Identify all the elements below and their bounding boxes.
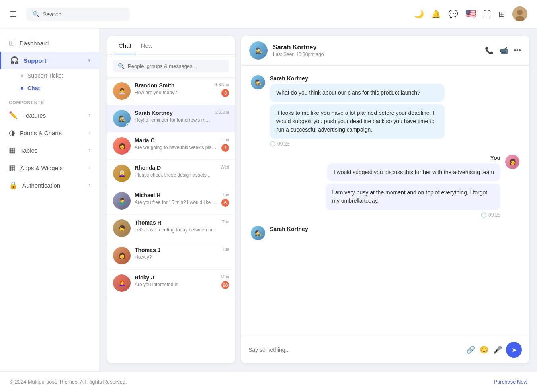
- chat-avatar-rickyj: 👩‍🦰: [113, 274, 131, 292]
- app-body: ⊞ Dashboard 🎧 Support ▾ Support Ticket C…: [0, 28, 537, 371]
- chat-preview-michael: Are you free for 15 min? I would like to…: [135, 200, 217, 205]
- fullscreen-icon[interactable]: ⛶: [483, 10, 491, 19]
- msg-avatar-sarah-2: 🕵️: [251, 226, 265, 240]
- chevron-down-icon: ▾: [88, 58, 90, 63]
- chevron-right-icon3: ›: [89, 147, 90, 153]
- sidebar-label-support-ticket: Support Ticket: [27, 72, 63, 79]
- sidebar: ⊞ Dashboard 🎧 Support ▾ Support Ticket C…: [0, 28, 100, 371]
- chat-name-michael: Michael H: [135, 192, 217, 198]
- chat-avatar-rhonda: 👩‍🦳: [113, 165, 131, 182]
- chat-name-thomasj: Thomas J: [135, 247, 218, 253]
- chat-preview-rhonda: Please check these design assets...: [135, 172, 217, 178]
- chevron-right-icon: ›: [89, 113, 90, 118]
- chat-preview-sarah: Hey! a reminder for tomorrow's meeting..…: [135, 117, 211, 123]
- sidebar-label-features: Features: [22, 112, 46, 119]
- msg-sender-1: Sarah Kortney: [270, 75, 445, 82]
- chat-preview-brandon: How are you today?: [135, 90, 211, 95]
- chat-time-rhonda: Wed: [221, 165, 229, 169]
- online-indicator: [126, 123, 130, 127]
- sidebar-item-support-ticket[interactable]: Support Ticket: [21, 69, 99, 82]
- sidebar-item-apps-widgets[interactable]: ▦ Apps & Widgets ›: [0, 159, 99, 177]
- phone-icon[interactable]: 📞: [485, 46, 494, 55]
- chat-name-thomasr: Thomas R: [135, 219, 218, 226]
- chat-search-icon: 🔍: [118, 63, 125, 69]
- msg-bubble-1a: What do you think about our plans for th…: [270, 84, 445, 102]
- chat-time-mariac: Thu: [222, 137, 229, 142]
- forms-charts-icon: ◑: [9, 128, 15, 137]
- msg-bubble-1b: It looks to me like you have a lot plann…: [270, 104, 445, 139]
- more-icon[interactable]: •••: [514, 47, 521, 55]
- top-navigation: ☰ 🔍 🌙 🔔 💬 🇺🇸 ⛶ ⊞: [0, 0, 537, 28]
- chat-preview-rickyj: Are you interested in: [135, 282, 217, 287]
- sidebar-label-forms-charts: Forms & Charts: [20, 130, 62, 136]
- apps-icon: ▦: [9, 163, 16, 172]
- unread-badge-michael: 6: [221, 199, 229, 207]
- chat-name-rhonda: Rhonda D: [135, 165, 217, 171]
- tab-new[interactable]: New: [136, 36, 158, 54]
- sidebar-item-chat[interactable]: Chat: [21, 82, 99, 95]
- chat-preview-thomasj: Howdy?: [135, 254, 218, 260]
- chat-list-item-thomasj[interactable]: 👩Thomas JHowdy?Tue: [107, 242, 235, 270]
- search-box: 🔍: [26, 8, 130, 21]
- chat-list-item-thomasr[interactable]: 👦Thomas RLet's have meeting today betwee…: [107, 215, 235, 242]
- chat-list-item-rhonda[interactable]: 👩‍🦳Rhonda DPlease check these design ass…: [107, 160, 235, 187]
- chat-list-item-mariac[interactable]: 👩Maria CAre we going to have this week's…: [107, 132, 235, 160]
- main-content: Chat New 🔍 👨‍💼Brandon SmithHow are you t…: [100, 28, 537, 371]
- dot-icon: [21, 74, 23, 77]
- sidebar-item-tables[interactable]: ▦ Tables ›: [0, 142, 99, 159]
- chat-icon[interactable]: 💬: [448, 9, 458, 19]
- purchase-link[interactable]: Purchase Now: [494, 379, 527, 385]
- chevron-right-icon4: ›: [89, 165, 90, 171]
- chat-input[interactable]: [248, 347, 462, 353]
- chat-list-item-rickyj[interactable]: 👩‍🦰Ricky JAre you interested inMon28: [107, 270, 235, 297]
- sidebar-item-support[interactable]: 🎧 Support ▾: [0, 52, 99, 69]
- chat-name-sarah: Sarah Kortney: [135, 110, 211, 116]
- chat-header-avatar: 🕵️: [249, 41, 268, 60]
- msg-content-3: Sarah Kortney: [270, 226, 308, 232]
- chevron-right-icon2: ›: [89, 130, 90, 136]
- chat-time-sarah: 5:30am: [215, 110, 229, 114]
- message-group-1: 🕵️ Sarah Kortney What do you think about…: [251, 75, 519, 147]
- sidebar-item-dashboard[interactable]: ⊞ Dashboard: [0, 34, 99, 52]
- support-icon: 🎧: [10, 56, 19, 65]
- emoji-icon[interactable]: 😊: [480, 345, 488, 354]
- chat-input-icons: 🔗 😊 🎤: [466, 345, 502, 354]
- sidebar-item-features[interactable]: ✏️ Features ›: [0, 107, 99, 124]
- send-button[interactable]: ➤: [506, 342, 522, 358]
- hamburger-icon[interactable]: ☰: [10, 9, 17, 19]
- link-icon[interactable]: 🔗: [466, 345, 475, 354]
- mic-icon[interactable]: 🎤: [493, 345, 502, 354]
- sidebar-item-authentication[interactable]: 🔒 Authentication ›: [0, 177, 99, 194]
- sidebar-label-dashboard: Dashboard: [20, 40, 49, 47]
- chat-header-actions: 📞 📹 •••: [485, 46, 521, 55]
- dark-mode-icon[interactable]: 🌙: [414, 9, 424, 19]
- search-input[interactable]: [43, 11, 123, 17]
- chat-time-michael: Tue: [222, 192, 229, 197]
- chat-messages: 🕵️ Sarah Kortney What do you think about…: [241, 66, 529, 336]
- flag-icon[interactable]: 🇺🇸: [465, 9, 476, 19]
- chat-list-item-brandon[interactable]: 👨‍💼Brandon SmithHow are you today?4:30am…: [107, 78, 235, 105]
- chat-search-input[interactable]: [128, 63, 225, 69]
- sidebar-item-forms-charts[interactable]: ◑ Forms & Charts ›: [0, 124, 99, 142]
- chat-time-brandon: 4:30am: [215, 82, 229, 87]
- chat-avatar-thomasr: 👦: [113, 219, 131, 237]
- chat-list-item-sarah[interactable]: 🕵️Sarah KortneyHey! a reminder for tomor…: [107, 105, 235, 132]
- msg-content-2: You I would suggest you discuss this fur…: [326, 155, 500, 218]
- footer-copyright: © 2024 Multipurpose Themes. All Rights R…: [10, 379, 127, 385]
- bell-icon[interactable]: 🔔: [431, 9, 441, 19]
- tab-chat[interactable]: Chat: [114, 36, 136, 54]
- chat-time-rickyj: Mon: [221, 274, 229, 279]
- chat-contact-status: Last Seen 10:30pm ago: [273, 52, 479, 57]
- chat-time-thomasr: Tue: [222, 219, 229, 224]
- video-icon[interactable]: 📹: [499, 46, 508, 55]
- chat-contact-name: Sarah Kortney: [273, 44, 479, 51]
- settings-icon[interactable]: ⊞: [498, 9, 505, 19]
- chat-list-item-michael[interactable]: 👨‍🦱Michael HAre you free for 15 min? I w…: [107, 187, 235, 215]
- chat-search-box: 🔍: [113, 60, 229, 72]
- chat-header-info: Sarah Kortney Last Seen 10:30pm ago: [273, 44, 479, 57]
- sidebar-section-components: Components: [0, 95, 99, 107]
- chat-panel: Chat New 🔍 👨‍💼Brandon SmithHow are you t…: [107, 36, 235, 363]
- features-icon: ✏️: [9, 111, 18, 120]
- user-avatar[interactable]: [512, 6, 527, 21]
- msg-time-1: 🕐 09:25: [270, 141, 445, 147]
